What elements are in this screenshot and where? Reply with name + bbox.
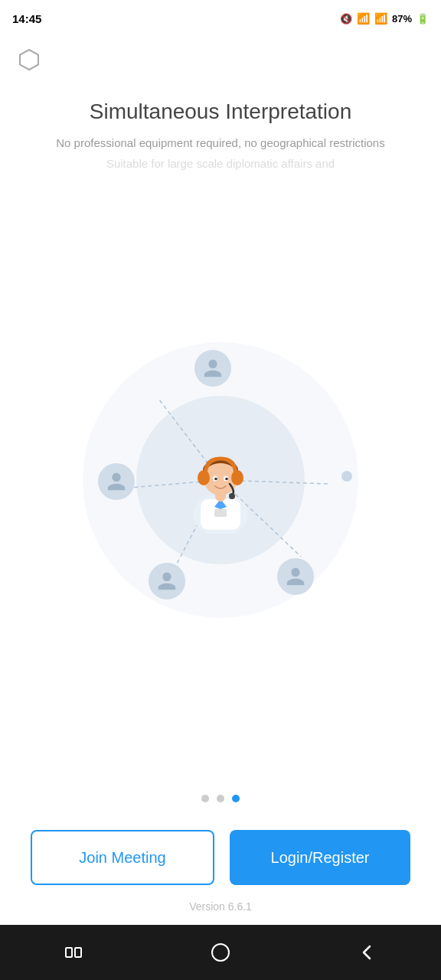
nav-back[interactable]	[345, 929, 390, 975]
illustration-area	[0, 180, 441, 779]
svg-point-13	[231, 470, 243, 485]
battery-icon: 🔋	[416, 13, 429, 24]
nav-recent-apps[interactable]	[51, 929, 96, 975]
pagination-dot-2[interactable]	[217, 795, 224, 802]
svg-rect-20	[75, 948, 81, 957]
svg-point-17	[214, 477, 217, 480]
user-node-bottom-left	[149, 563, 185, 599]
main-title: Simultaneous Interpretation	[23, 98, 418, 126]
status-time: 14:45	[12, 12, 41, 25]
svg-point-21	[212, 944, 229, 961]
svg-marker-0	[20, 50, 38, 70]
svg-rect-19	[66, 948, 72, 957]
user-node-top	[194, 350, 231, 387]
user-node-bottom-right	[277, 558, 314, 595]
wifi-icon: 📶	[357, 12, 370, 24]
main-content: Simultaneous Interpretation No professio…	[0, 37, 441, 925]
version-text: Version 6.6.1	[189, 900, 252, 925]
mute-icon: 🔇	[340, 13, 352, 24]
center-interpreter-figure	[175, 426, 266, 534]
illustration-container	[75, 335, 366, 626]
user-node-left	[98, 463, 135, 500]
status-icons: 🔇 📶 📶 87% 🔋	[340, 12, 429, 24]
svg-point-18	[225, 477, 228, 480]
pagination-dots	[201, 779, 240, 818]
dot-node-right	[341, 471, 352, 482]
subtitle-faded: Suitable for large scale diplomatic affa…	[23, 155, 418, 173]
buttons-section: Join Meeting Login/Register	[0, 818, 441, 900]
pagination-dot-1[interactable]	[201, 795, 209, 802]
status-bar: 14:45 🔇 📶 📶 87% 🔋	[0, 0, 441, 37]
header-section: Simultaneous Interpretation No professio…	[0, 83, 441, 180]
nav-bar	[0, 925, 441, 980]
subtitle: No professional equipment required, no g…	[23, 135, 418, 152]
login-register-button[interactable]: Login/Register	[230, 830, 410, 885]
hex-icon[interactable]	[15, 46, 43, 74]
svg-rect-9	[214, 509, 227, 517]
top-bar	[0, 37, 441, 83]
svg-point-12	[198, 470, 210, 485]
nav-home[interactable]	[198, 929, 243, 975]
join-meeting-button[interactable]: Join Meeting	[31, 830, 214, 885]
svg-point-14	[229, 493, 235, 499]
battery-text: 87%	[392, 13, 412, 24]
pagination-dot-3[interactable]	[232, 795, 240, 802]
signal-icon: 📶	[374, 12, 387, 24]
